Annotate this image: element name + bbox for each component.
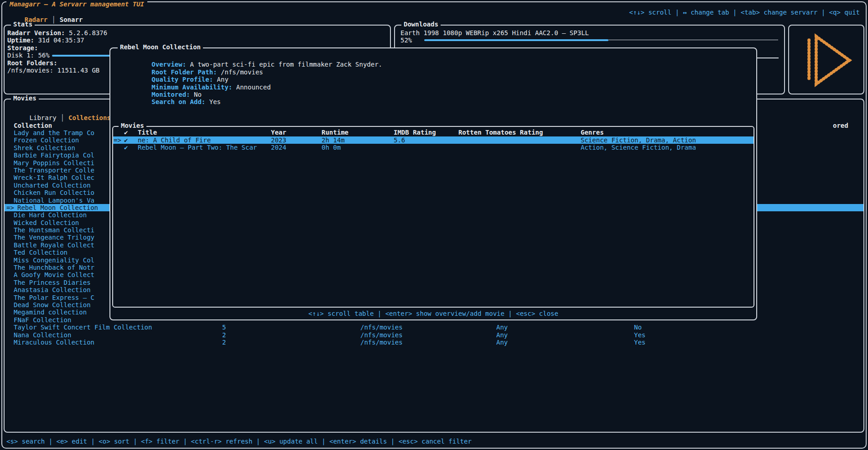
collection-details-modal: Rebel Moon Collection Overview: A two-pa…: [109, 47, 757, 320]
detail-field-value: A two-part sci-fi epic from filmmaker Za…: [190, 61, 382, 68]
monitored-check-icon: ✔: [124, 144, 128, 151]
keybind-hints-modal: <↑↓> scroll table | <enter> show overvie…: [110, 310, 756, 317]
movie-genres: Action, Science Fiction, Drama: [581, 144, 696, 151]
detail-field-value: Yes: [209, 98, 221, 105]
collection-detail-fields: Overview: A two-part sci-fi epic from fi…: [113, 53, 754, 98]
logo-panel: [788, 25, 864, 94]
header-genres: Genres: [581, 129, 604, 136]
managarr-app: Managarr – A Servarr management TUI Rada…: [0, 0, 868, 450]
collection-row[interactable]: Miraculous Collection 2 /nfs/movies Any …: [5, 339, 863, 346]
collection-name: Battle Royale Collect: [14, 241, 94, 249]
download-progress-fill: [424, 39, 608, 41]
movie-runtime: 2h 14m: [322, 136, 345, 144]
collection-name: Ted Collection: [14, 249, 68, 256]
tab-collections[interactable]: Collections: [68, 114, 111, 121]
collection-movies-table: Movies ✔ Title Year Runtime IMDB Rating …: [112, 126, 754, 308]
collection-quality-profile: Any: [496, 331, 508, 339]
stat-uptime-label: Uptime:: [7, 37, 34, 44]
collection-name: Miraculous Collection: [14, 339, 94, 346]
movies-table-rows: => ✔ ne: A Child of Fire 2023 2h 14m 5.6…: [113, 136, 754, 152]
tab-separator: │: [52, 16, 55, 23]
modal-title: Rebel Moon Collection: [118, 43, 203, 51]
detail-field-label: Quality Profile:: [151, 76, 213, 83]
collection-name: FNaF Collection: [14, 316, 71, 324]
collection-name: Lady and the Tramp Co: [14, 129, 94, 136]
collection-monitored: No: [634, 324, 642, 331]
movie-row[interactable]: ✔ Rebel Moon – Part Two: The Scar 2024 0…: [113, 144, 754, 151]
collection-name: The Princess Diaries: [14, 279, 91, 286]
detail-field-label: Overview:: [151, 61, 186, 68]
header-title: Title: [138, 129, 157, 136]
partial-progress-track: [757, 58, 779, 58]
collection-name: A Goofy Movie Collect: [14, 271, 94, 278]
collection-monitored: Yes: [634, 339, 645, 346]
collection-name: The Hunchback of Notr: [14, 264, 94, 271]
collection-root-folder: /nfs/movies: [360, 324, 403, 331]
tab-sonarr[interactable]: Sonarr: [60, 16, 83, 23]
movie-row[interactable]: => ✔ ne: A Child of Fire 2023 2h 14m 5.6…: [113, 136, 754, 144]
movie-imdb-rating: 5.6: [394, 136, 405, 144]
collection-quality-profile: Any: [496, 324, 508, 331]
keybind-hints-top: <↑↓> scroll | ↔ change tab | <tab> chang…: [629, 9, 860, 16]
collection-root-folder: /nfs/movies: [360, 339, 403, 346]
header-check: ✔: [124, 129, 128, 136]
stat-uptime-value: 31d 04:35:37: [38, 37, 84, 44]
monitored-check-icon: ✔: [124, 136, 128, 144]
movie-runtime: 0h 0m: [322, 144, 341, 151]
header-monitored-partial: ored: [833, 122, 848, 129]
collection-name: Nana Collection: [14, 331, 71, 339]
tab-radarr[interactable]: Radarr: [25, 16, 48, 23]
collection-name: Die Hard Collection: [14, 211, 87, 219]
detail-field-label: Minimum Availability:: [151, 84, 232, 91]
collection-name: The Transporter Colle: [14, 167, 94, 174]
downloads-panel-title: Downloads: [401, 21, 441, 28]
movie-year: 2023: [271, 136, 286, 144]
download-item: Earth 1998 1080p WEBRip x265 Hindi AAC2.…: [400, 29, 779, 44]
collection-quality-profile: Any: [496, 339, 508, 346]
collection-name: Chicken Run Collectio: [14, 189, 94, 196]
managarr-play-logo-icon: [798, 31, 857, 91]
movies-table-title: Movies: [119, 122, 146, 129]
detail-field-label: Monitored:: [151, 91, 190, 98]
collection-row[interactable]: Nana Collection 2 /nfs/movies Any Yes: [5, 331, 863, 339]
movie-title: Rebel Moon – Part Two: The Scar: [138, 144, 257, 151]
detail-field-label: Search on Add:: [151, 98, 205, 105]
detail-field-value: Any: [217, 76, 229, 83]
selection-arrow: =>: [114, 136, 121, 144]
header-collection: Collection: [14, 122, 52, 129]
detail-field: Overview: A two-part sci-fi epic from fi…: [113, 53, 754, 61]
header-rotten-tomatoes: Rotten Tomatoes Rating: [458, 129, 543, 136]
header-year: Year: [271, 129, 286, 136]
detail-field-value: /nfs/movies: [221, 68, 263, 76]
collection-row[interactable]: Taylor Swift Concert Film Collection 5 /…: [5, 324, 863, 331]
collection-name: Anastasia Collection: [14, 286, 91, 293]
collection-movie-count: 2: [222, 331, 226, 339]
collection-name: Rebel Moon Collection: [17, 204, 98, 211]
collection-name: Megamind collection: [14, 309, 87, 316]
header-imdb-rating: IMDB Rating: [394, 129, 436, 136]
collection-name: Miss Congeniality Col: [14, 256, 94, 264]
collection-root-folder: /nfs/movies: [360, 331, 403, 339]
detail-field: Search on Add: Yes: [113, 91, 754, 98]
collection-name: The Vengeance Trilogy: [14, 234, 94, 241]
download-item-title: Earth 1998 1080p WEBRip x265 Hindi AAC2.…: [400, 29, 779, 37]
tab-library[interactable]: Library: [30, 114, 57, 121]
collection-name: Barbie Fairytopia Col: [14, 152, 94, 159]
servarr-tab-bar: Radarr│Sonarr: [9, 9, 83, 31]
download-progress-track: [608, 40, 778, 40]
collection-name: Uncharted Collection: [14, 182, 91, 189]
collection-name: Taylor Swift Concert Film Collection: [14, 324, 152, 331]
download-progress-bar: [424, 39, 778, 42]
collection-name: Frozen Collection: [14, 136, 79, 144]
detail-field-label: Root Folder Path:: [151, 68, 217, 76]
collection-name: Shrek Collection: [14, 144, 75, 152]
collection-movie-count: 2: [222, 339, 226, 346]
tab-separator: │: [61, 114, 64, 121]
collection-monitored: Yes: [634, 331, 645, 339]
movies-panel-title: Movies: [11, 94, 39, 102]
detail-field-value: No: [194, 91, 202, 98]
header-runtime: Runtime: [322, 129, 348, 136]
collection-name: The Huntsman Collecti: [14, 226, 94, 234]
collection-movie-count: 5: [222, 324, 226, 331]
collection-name: Wreck-It Ralph Collec: [14, 174, 94, 181]
